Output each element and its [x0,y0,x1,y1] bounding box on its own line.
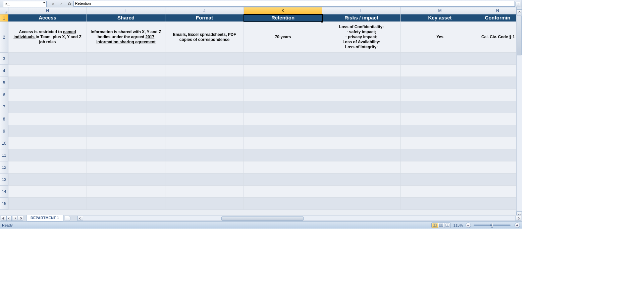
cell-J15[interactable] [165,198,244,210]
cell-M5[interactable] [401,77,479,89]
cell-L14[interactable] [322,186,401,198]
cell-K14[interactable] [244,186,322,198]
cell-J1[interactable]: Format [165,14,244,22]
cell-I10[interactable] [87,137,165,149]
cell-M2[interactable]: Yes [401,22,479,53]
cell-L15[interactable] [322,198,401,210]
vertical-split-handle[interactable] [516,7,522,9]
cell-I15[interactable] [87,198,165,210]
cell-N8[interactable] [479,113,516,125]
tab-last-button[interactable] [18,216,23,221]
cell-H12[interactable] [8,161,87,174]
tab-first-button[interactable] [1,216,6,221]
cell-I2[interactable]: Information is shared with X, Y and Z bo… [87,22,165,53]
cell-K10[interactable] [244,137,322,149]
cell-L1[interactable]: Risks / impact [322,14,401,22]
cell-H1[interactable]: Access [8,14,87,22]
vertical-scrollbar[interactable] [516,9,522,217]
cell-I14[interactable] [87,186,165,198]
cell-N5[interactable] [479,77,516,89]
cell-J12[interactable] [165,161,244,174]
cell-I11[interactable] [87,149,165,161]
cell-K13[interactable] [244,174,322,186]
cell-H14[interactable] [8,186,87,198]
cell-M14[interactable] [401,186,479,198]
cell-L4[interactable] [322,65,401,77]
cell-K1[interactable]: Retention [244,14,322,22]
cell-J3[interactable] [165,53,244,65]
cell-I1[interactable]: Shared [87,14,165,22]
expand-formula-bar-button[interactable] [516,2,520,6]
name-box-dropdown-icon[interactable] [43,2,46,3]
row-header-1[interactable]: 1 [0,14,8,22]
col-header-K[interactable]: K [244,7,322,14]
cell-K4[interactable] [244,65,322,77]
cell-L11[interactable] [322,149,401,161]
cell-H11[interactable] [8,149,87,161]
cell-J10[interactable] [165,137,244,149]
cell-L12[interactable] [322,161,401,174]
cell-N14[interactable] [479,186,516,198]
cell-I12[interactable] [87,161,165,174]
col-header-N[interactable]: N [479,7,516,14]
cell-J7[interactable] [165,101,244,113]
cell-J2[interactable]: Emails, Excel spreadsheets, PDF copies o… [165,22,244,53]
cell-K6[interactable] [244,89,322,101]
row-header-3[interactable]: 3 [0,53,8,65]
cell-H3[interactable] [8,53,87,65]
row-header-11[interactable]: 11 [0,149,8,161]
cell-N10[interactable] [479,137,516,149]
cell-J4[interactable] [165,65,244,77]
cell-N6[interactable] [479,89,516,101]
cell-I6[interactable] [87,89,165,101]
formula-input[interactable]: Retention [73,1,515,7]
cell-N9[interactable] [479,125,516,137]
col-header-H[interactable]: H [8,7,87,14]
cell-L3[interactable] [322,53,401,65]
row-header-7[interactable]: 7 [0,101,8,113]
cell-K3[interactable] [244,53,322,65]
zoom-out-button[interactable]: − [466,223,471,228]
cell-L13[interactable] [322,174,401,186]
view-page-break-button[interactable] [444,223,451,228]
cell-H7[interactable] [8,101,87,113]
row-header-15[interactable]: 15 [0,198,8,210]
cell-N4[interactable] [479,65,516,77]
cell-M15[interactable] [401,198,479,210]
cell-H8[interactable] [8,113,87,125]
cell-J9[interactable] [165,125,244,137]
row-header-5[interactable]: 5 [0,77,8,89]
row-header-2[interactable]: 2 [0,22,8,53]
cell-M3[interactable] [401,53,479,65]
cell-N11[interactable] [479,149,516,161]
tab-next-button[interactable] [12,216,17,221]
cell-N12[interactable] [479,161,516,174]
row-header-6[interactable]: 6 [0,89,8,101]
cell-H2[interactable]: Access is restricted to named individual… [8,22,87,53]
cell-K11[interactable] [244,149,322,161]
col-header-J[interactable]: J [165,7,244,14]
cell-H5[interactable] [8,77,87,89]
enter-icon[interactable]: ✓ [60,2,63,6]
cell-H13[interactable] [8,174,87,186]
cell-L7[interactable] [322,101,401,113]
zoom-level[interactable]: 115% [453,223,463,227]
row-header-4[interactable]: 4 [0,65,8,77]
row-header-8[interactable]: 8 [0,113,8,125]
cell-H9[interactable] [8,125,87,137]
cell-N15[interactable] [479,198,516,210]
cell-J14[interactable] [165,186,244,198]
zoom-slider[interactable] [474,225,511,226]
cell-I4[interactable] [87,65,165,77]
cell-I8[interactable] [87,113,165,125]
zoom-in-button[interactable]: + [515,223,520,228]
cell-L2[interactable]: Loss of Confidentiality: - safety impact… [322,22,401,53]
cell-I5[interactable] [87,77,165,89]
row-header-12[interactable]: 12 [0,161,8,174]
cancel-icon[interactable]: ✕ [52,2,54,6]
row-header-10[interactable]: 10 [0,137,8,149]
scroll-up-button[interactable] [517,9,522,15]
col-header-L[interactable]: L [322,7,401,14]
cell-K5[interactable] [244,77,322,89]
cell-N3[interactable] [479,53,516,65]
